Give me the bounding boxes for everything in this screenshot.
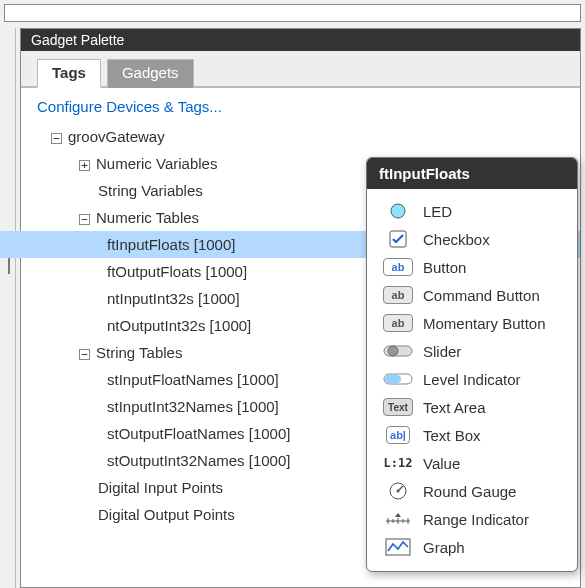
level-indicator-icon <box>383 368 413 390</box>
tree-label: String Variables <box>98 182 203 199</box>
led-icon <box>383 200 413 222</box>
tree-label: String Tables <box>96 344 182 361</box>
gadget-label: Momentary Button <box>423 315 546 332</box>
gadget-button[interactable]: ab Button <box>371 253 573 281</box>
tree-label: groovGateway <box>68 128 165 145</box>
gadget-text-box[interactable]: ab| Text Box <box>371 421 573 449</box>
tree-label: stInputInt32Names [1000] <box>107 398 279 415</box>
gauge-icon <box>383 480 413 502</box>
svg-point-8 <box>397 490 400 493</box>
gadget-label: Value <box>423 455 460 472</box>
tree-label: stOutputInt32Names [1000] <box>107 452 290 469</box>
text-box-icon: ab| <box>383 424 413 446</box>
gadget-value[interactable]: L:12 Value <box>371 449 573 477</box>
svg-marker-15 <box>395 513 401 517</box>
gadget-label: Text Area <box>423 399 486 416</box>
popup-body: LED Checkbox ab Button ab Command Button… <box>367 189 577 571</box>
gadget-momentary-button[interactable]: ab Momentary Button <box>371 309 573 337</box>
graph-icon <box>383 536 413 558</box>
gadget-label: Text Box <box>423 427 481 444</box>
tree-label: Numeric Tables <box>96 209 199 226</box>
gadget-label: Graph <box>423 539 465 556</box>
gadget-label: Slider <box>423 343 461 360</box>
tab-gadgets[interactable]: Gadgets <box>107 59 194 88</box>
gadget-slider[interactable]: Slider <box>371 337 573 365</box>
expand-icon[interactable]: + <box>79 160 90 171</box>
tab-tags[interactable]: Tags <box>37 59 101 88</box>
button-icon: ab <box>383 256 413 278</box>
gadget-checkbox[interactable]: Checkbox <box>371 225 573 253</box>
gadget-label: Command Button <box>423 287 540 304</box>
gadget-popup: ftInputFloats LED Checkbox ab Button ab <box>366 157 578 572</box>
gadget-label: Button <box>423 259 466 276</box>
tree-label: stOutputFloatNames [1000] <box>107 425 290 442</box>
popup-title: ftInputFloats <box>367 158 577 189</box>
tab-bar: Tags Gadgets <box>21 51 580 88</box>
gadget-graph[interactable]: Graph <box>371 533 573 561</box>
tree-label: stInputFloatNames [1000] <box>107 371 279 388</box>
tree-label: Digital Output Points <box>98 506 235 523</box>
svg-point-0 <box>391 204 405 218</box>
drag-handle-icon[interactable] <box>8 258 10 274</box>
gadget-label: Range Indicator <box>423 511 529 528</box>
gadget-text-area[interactable]: Text Text Area <box>371 393 573 421</box>
collapse-icon[interactable]: − <box>51 133 62 144</box>
gadget-label: Round Gauge <box>423 483 516 500</box>
momentary-button-icon: ab <box>383 312 413 334</box>
text-area-icon: Text <box>383 396 413 418</box>
tree-label: Digital Input Points <box>98 479 223 496</box>
gadget-range-indicator[interactable]: Range Indicator <box>371 505 573 533</box>
gadget-palette-panel: Gadget Palette Tags Gadgets Configure De… <box>20 28 581 588</box>
tree-label: ftInputFloats [1000] <box>107 236 235 253</box>
range-indicator-icon <box>383 508 413 530</box>
panel-title: Gadget Palette <box>21 29 580 51</box>
tree-label: Numeric Variables <box>96 155 217 172</box>
left-rail <box>6 28 16 588</box>
gadget-label: Checkbox <box>423 231 490 248</box>
collapse-icon[interactable]: − <box>79 214 90 225</box>
tree-label: ntInputInt32s [1000] <box>107 290 240 307</box>
gadget-round-gauge[interactable]: Round Gauge <box>371 477 573 505</box>
command-button-icon: ab <box>383 284 413 306</box>
collapse-icon[interactable]: − <box>79 349 90 360</box>
svg-rect-16 <box>386 539 410 555</box>
gadget-level-indicator[interactable]: Level Indicator <box>371 365 573 393</box>
tree-root[interactable]: −groovGateway <box>51 123 580 150</box>
value-icon: L:12 <box>383 452 413 474</box>
checkbox-icon <box>383 228 413 250</box>
svg-point-3 <box>388 346 398 356</box>
gadget-label: Level Indicator <box>423 371 521 388</box>
configure-devices-link[interactable]: Configure Devices & Tags... <box>21 88 580 121</box>
gadget-led[interactable]: LED <box>371 197 573 225</box>
tree-label: ntOutputInt32s [1000] <box>107 317 251 334</box>
top-strip <box>4 4 581 22</box>
tree-label: ftOutputFloats [1000] <box>107 263 247 280</box>
slider-icon <box>383 340 413 362</box>
gadget-command-button[interactable]: ab Command Button <box>371 281 573 309</box>
svg-rect-5 <box>385 375 401 383</box>
gadget-label: LED <box>423 203 452 220</box>
